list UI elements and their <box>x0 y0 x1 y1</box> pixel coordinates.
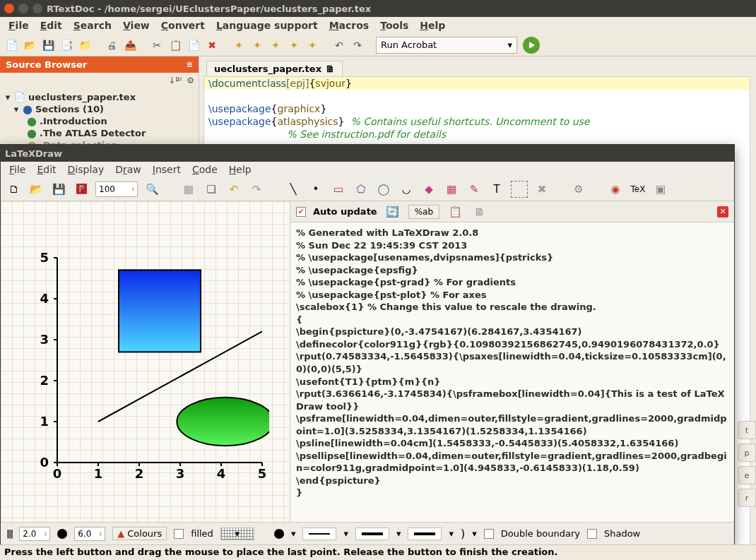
rect-tool-icon[interactable]: ▭ <box>330 181 347 198</box>
tree-file-row[interactable]: ▾📄 ueclusters_paper.tex <box>3 91 196 103</box>
new-file-icon[interactable]: 📄 <box>3 37 20 54</box>
ld-menu-draw[interactable]: Draw <box>111 163 146 176</box>
red-orb-icon[interactable]: ◉ <box>607 181 624 198</box>
undo-icon[interactable]: ↶ <box>225 181 242 198</box>
import-icon[interactable]: 📁 <box>76 37 93 54</box>
ld-menu-insert[interactable]: Insert <box>148 163 185 176</box>
zoom-input[interactable]: 100⦂ <box>95 181 138 197</box>
menu-convert[interactable]: Convert <box>157 18 209 32</box>
ld-menu-help[interactable]: Help <box>225 163 256 176</box>
gutter-btn[interactable]: p <box>738 443 756 462</box>
ld-menu-display[interactable]: Display <box>64 163 109 176</box>
ld-menu-file[interactable]: File <box>5 163 30 176</box>
ellipse-tool-icon[interactable]: ◯ <box>375 181 392 198</box>
open-icon[interactable]: 📂 <box>28 181 45 198</box>
dotsize-input[interactable]: 6.0⦂ <box>74 527 105 541</box>
layers-icon[interactable]: ❏ <box>203 181 220 198</box>
undo-icon[interactable]: ↶ <box>331 37 348 54</box>
redo-icon[interactable]: ↷ <box>349 37 366 54</box>
menu-file[interactable]: File <box>4 18 33 32</box>
gutter-btn[interactable]: r <box>738 489 756 507</box>
window-minimize-icon[interactable] <box>18 4 28 13</box>
copy-icon[interactable]: 📋 <box>167 37 184 54</box>
export-icon[interactable]: 📤 <box>122 37 138 54</box>
paste-icon[interactable]: 📄 <box>185 37 202 54</box>
bezier-tool-icon[interactable]: ◆ <box>420 181 437 198</box>
text-tool-icon[interactable]: T <box>488 181 505 198</box>
pdf-icon[interactable]: 🅿 <box>73 181 90 198</box>
tree-item[interactable]: ● .Introduction <box>3 115 196 127</box>
linestyle-preview[interactable] <box>302 528 336 540</box>
select-tool-icon[interactable] <box>511 181 528 198</box>
magnifier-icon[interactable]: 🔍 <box>143 181 160 198</box>
grid-icon[interactable]: ▦ <box>180 181 197 198</box>
filled-checkbox[interactable] <box>174 529 184 539</box>
delete-icon[interactable]: ✖ <box>203 37 220 54</box>
linewidth-input[interactable]: 2.0⦂ <box>19 527 50 541</box>
save-all-icon[interactable]: 📑 <box>58 37 75 54</box>
sidebar-gear-icon[interactable]: ⚙ <box>187 76 194 85</box>
shadow-checkbox[interactable] <box>587 529 597 539</box>
delete-tool-icon[interactable]: ✖ <box>533 181 550 198</box>
wand4-icon[interactable]: ✦ <box>285 37 302 54</box>
menu-search[interactable]: Search <box>69 18 116 32</box>
wand5-icon[interactable]: ✦ <box>304 37 321 54</box>
save-icon[interactable]: 💾 <box>50 181 67 198</box>
gutter-btn[interactable]: t <box>738 421 756 439</box>
menu-view[interactable]: View <box>119 18 154 32</box>
linecolor-swatch[interactable] <box>57 529 67 539</box>
grid-tool-icon[interactable]: ▦ <box>443 181 460 198</box>
wand3-icon[interactable]: ✦ <box>267 37 284 54</box>
menu-help[interactable]: Help <box>415 18 449 32</box>
tex-mode-button[interactable]: TeX <box>630 181 646 198</box>
arc-tool-icon[interactable]: ◡ <box>398 181 415 198</box>
pstricks-code[interactable]: % Generated with LaTeXDraw 2.0.8 % Sun D… <box>290 222 734 522</box>
wand2-icon[interactable]: ✦ <box>249 37 266 54</box>
sort-icon[interactable]: ↓ªᶻ <box>168 76 182 85</box>
menu-tools[interactable]: Tools <box>376 18 413 32</box>
run-target-dropdown[interactable]: Run Acrobat ▾ <box>376 37 517 54</box>
refresh-icon[interactable]: 🔄 <box>384 203 401 220</box>
tree-sections-row[interactable]: ▾● Sections (10) <box>3 103 196 115</box>
paste-code-icon[interactable]: 🗎 <box>471 203 488 220</box>
tree-item[interactable]: ● .The ATLAS Detector <box>3 127 196 139</box>
sidebar-menu-icon[interactable]: ≡ <box>187 60 193 69</box>
redo-icon[interactable]: ↷ <box>248 181 265 198</box>
window-maximize-icon[interactable] <box>33 4 42 13</box>
dot-tool-icon[interactable]: • <box>307 181 324 198</box>
menu-edit[interactable]: Edit <box>36 18 66 32</box>
hatch-preview[interactable]: ▾ <box>220 528 254 540</box>
save-icon[interactable]: 💾 <box>40 37 57 54</box>
polygon-tool-icon[interactable]: ⬠ <box>353 181 370 198</box>
close-panel-button[interactable]: ✕ <box>717 206 728 218</box>
chevron-down-icon[interactable]: ▾ <box>291 528 296 539</box>
fillcolor-swatch[interactable] <box>274 529 284 539</box>
cut-icon[interactable]: ✂ <box>148 37 165 54</box>
freehand-tool-icon[interactable]: ✎ <box>466 181 483 198</box>
panel-icon[interactable]: ▣ <box>652 181 669 198</box>
gutter-btn[interactable]: e <box>738 466 756 484</box>
auto-update-checkbox[interactable] <box>296 207 306 217</box>
linecap2-preview[interactable] <box>408 528 442 540</box>
latexdraw-toolbar: 🗋 📂 💾 🅿 100⦂ 🔍 ▦ ❏ ↶ ↷ ╲ • ▭ ⬠ ◯ ◡ ◆ ▦ ✎… <box>1 177 734 201</box>
line-tool-icon[interactable]: ╲ <box>285 181 302 198</box>
menu-macros[interactable]: Macros <box>325 18 374 32</box>
menu-language-support[interactable]: Language support <box>212 18 322 32</box>
run-button[interactable] <box>523 37 540 54</box>
window-close-icon[interactable] <box>4 4 14 13</box>
new-icon[interactable]: 🗋 <box>5 181 22 198</box>
print-icon[interactable]: 🖨 <box>103 37 120 54</box>
properties-icon[interactable]: ⚙ <box>570 181 587 198</box>
tab-ueclusters[interactable]: ueclusters_paper.tex 🗎 <box>206 61 343 76</box>
colours-button[interactable]: ▲Colours <box>112 527 167 540</box>
code-ab-button[interactable]: %ab <box>408 205 439 219</box>
wand1-icon[interactable]: ✦ <box>230 37 247 54</box>
copy-code-icon[interactable]: 📋 <box>447 203 463 220</box>
ld-menu-code[interactable]: Code <box>188 163 222 176</box>
drawing-canvas[interactable]: 012345012345 <box>1 201 290 522</box>
bracket-icon[interactable]: ) <box>461 527 465 540</box>
ld-menu-edit[interactable]: Edit <box>33 163 60 176</box>
open-folder-icon[interactable]: 📂 <box>21 37 38 54</box>
double-boundary-checkbox[interactable] <box>484 529 494 539</box>
linecap1-preview[interactable] <box>355 528 389 540</box>
